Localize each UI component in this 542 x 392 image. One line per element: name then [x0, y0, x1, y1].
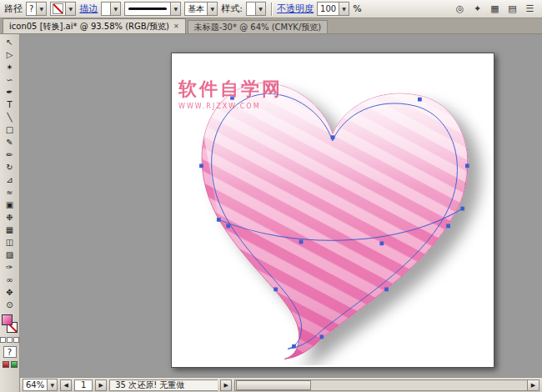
none-swatch-icon [53, 3, 63, 14]
panel-menu-icon[interactable]: ☰ [522, 2, 538, 17]
anchor-point[interactable] [226, 224, 230, 229]
anchor-point[interactable] [460, 207, 464, 211]
tool-rectangle[interactable]: □ [2, 123, 18, 136]
stroke-weight-dropdown[interactable]: ▼ [101, 2, 121, 16]
zoom-value: 64% [23, 380, 47, 389]
opacity-link[interactable]: 不透明度 [277, 3, 314, 15]
tool-scale[interactable]: ⊿ [2, 173, 18, 186]
fill-color-swatch[interactable] [2, 314, 13, 325]
tool-pencil[interactable]: ✏ [2, 148, 18, 161]
tool-rotate[interactable]: ↻ [2, 161, 18, 173]
zoom-dropdown[interactable]: 64% ▼ [23, 379, 58, 391]
status-text: 35 次还原! 无重做 [109, 379, 218, 391]
chevron-down-icon: ▼ [110, 3, 120, 15]
canvas-area[interactable]: 软件自学网 WWW.RJZXW.COM [20, 34, 542, 377]
tool-blend[interactable]: ∞ [2, 274, 18, 286]
toolbar-bottom-icons [3, 361, 18, 368]
anchor-point[interactable] [418, 98, 422, 102]
status-expand-button[interactable]: ▶ [220, 379, 232, 391]
fill-stroke-swatches[interactable] [1, 314, 19, 335]
chevron-down-icon: ▼ [170, 3, 180, 15]
opacity-input[interactable]: 100 ▼ [317, 2, 349, 16]
variable-width-profile-dropdown[interactable]: ▼ [124, 2, 181, 16]
tool-lasso[interactable]: ∽ [2, 73, 18, 86]
path-label: 路径 [4, 3, 23, 15]
help-button[interactable]: ? [3, 346, 17, 358]
color-mode-buttons [0, 337, 19, 343]
anchor-point[interactable] [274, 288, 278, 292]
tool-pen[interactable]: ✒ [2, 86, 18, 98]
document-tab-bar: icon05 [转换].ai* @ 93.58% (RGB/预览) ✕ 未标题-… [0, 18, 542, 34]
chevron-down-icon: ▼ [47, 379, 57, 390]
anchor-point[interactable] [292, 344, 296, 349]
color-button[interactable] [0, 337, 6, 343]
tool-hand[interactable]: ✥ [2, 286, 18, 299]
anchor-point[interactable] [446, 224, 450, 229]
tool-direct-selection[interactable]: ▷ [2, 48, 18, 61]
tool-line[interactable]: ╲ [2, 111, 18, 123]
tool-gradient[interactable]: ▨ [2, 249, 18, 261]
align-panel-icon[interactable]: ▦ [487, 2, 503, 17]
anchor-point[interactable] [331, 135, 335, 139]
tab-label: icon05 [转换].ai* @ 93.58% (RGB/预览) [9, 21, 169, 33]
fill-swatch-dropdown[interactable]: ? ▼ [26, 2, 47, 16]
anchor-point[interactable] [230, 96, 234, 100]
gloss-highlight [193, 78, 475, 241]
brush-definition-dropdown[interactable]: 基本 ▼ [184, 2, 218, 16]
anchor-point[interactable] [379, 241, 384, 245]
next-page-button[interactable]: ▶ [95, 379, 107, 391]
stroke-swatch-dropdown[interactable]: ▼ [50, 2, 76, 16]
chevron-down-icon: ▼ [339, 3, 349, 15]
tool-selection[interactable]: ↖ [2, 36, 18, 48]
illustrator-window: 路径 ? ▼ ▼ 描边 ▼ ▼ 基本 ▼ 样式: ▼ 不透明度 100 [0, 0, 542, 392]
none-button[interactable] [13, 337, 19, 343]
bridge-icon[interactable] [11, 361, 18, 368]
tool-free-transform[interactable]: ▣ [2, 199, 18, 211]
chevron-down-icon: ▼ [255, 3, 265, 15]
screen-mode-icon[interactable] [3, 361, 9, 368]
tool-type[interactable]: T [2, 98, 18, 111]
stroke-link[interactable]: 描边 [79, 3, 98, 15]
percent-label: % [353, 3, 361, 14]
close-icon[interactable]: ✕ [173, 23, 179, 30]
horizontal-scrollbar[interactable]: ▶ [234, 379, 539, 391]
style-dropdown[interactable]: ▼ [246, 2, 266, 16]
separator [271, 3, 272, 16]
stroke-profile-icon [128, 8, 167, 10]
preferences-icon[interactable]: ✦ [469, 2, 485, 17]
scroll-right-button[interactable]: ▶ [527, 380, 539, 390]
anchor-point[interactable] [384, 288, 389, 292]
tool-mesh[interactable]: ◫ [2, 236, 18, 249]
tool-zoom[interactable]: ⊙ [2, 299, 18, 311]
style-label: 样式: [221, 3, 243, 15]
tab-document-2[interactable]: 未标题-30* @ 64% (CMYK/预览) [188, 20, 329, 33]
anchor-point[interactable] [199, 163, 203, 168]
tool-eyedropper[interactable]: ✑ [2, 261, 18, 274]
chevron-down-icon: ▼ [36, 3, 46, 15]
tool-warp[interactable]: ≈ [2, 186, 18, 199]
artboard[interactable]: 软件自学网 WWW.RJZXW.COM [171, 53, 494, 368]
scrollbar-thumb[interactable] [236, 380, 311, 390]
gradient-button[interactable] [7, 337, 13, 343]
status-bar: 64% ▼ ◀ 1 ▶ 35 次还原! 无重做 ▶ ▶ [20, 377, 542, 392]
anchor-point[interactable] [299, 240, 304, 244]
anchor-point[interactable] [217, 218, 221, 222]
tools-panel: ↖▷✶∽✒T╲□✎✏↻⊿≈▣❉▦◫▨✑∞✥⊙ ? [0, 34, 20, 392]
anchor-point[interactable] [319, 334, 324, 339]
opacity-value: 100 [318, 4, 339, 13]
chevron-down-icon: ▼ [207, 3, 217, 15]
prev-page-button[interactable]: ◀ [60, 379, 72, 391]
document-setup-icon[interactable]: ◎ [452, 2, 468, 17]
tab-label: 未标题-30* @ 64% (CMYK/预览) [194, 22, 322, 33]
tool-graph[interactable]: ▦ [2, 224, 18, 236]
tool-magic-wand[interactable]: ✶ [2, 61, 18, 73]
tool-list: ↖▷✶∽✒T╲□✎✏↻⊿≈▣❉▦◫▨✑∞✥⊙ [2, 36, 18, 311]
control-bar: 路径 ? ▼ ▼ 描边 ▼ ▼ 基本 ▼ 样式: ▼ 不透明度 100 [0, 0, 542, 18]
page-number-field[interactable]: 1 [74, 379, 93, 391]
chevron-down-icon: ▼ [65, 3, 75, 15]
tab-document-1[interactable]: icon05 [转换].ai* @ 93.58% (RGB/预览) ✕ [3, 18, 186, 33]
tool-symbol-sprayer[interactable]: ❉ [2, 211, 18, 224]
anchor-point[interactable] [465, 163, 469, 168]
transform-panel-icon[interactable]: ▤ [504, 2, 520, 17]
tool-paintbrush[interactable]: ✎ [2, 136, 18, 148]
